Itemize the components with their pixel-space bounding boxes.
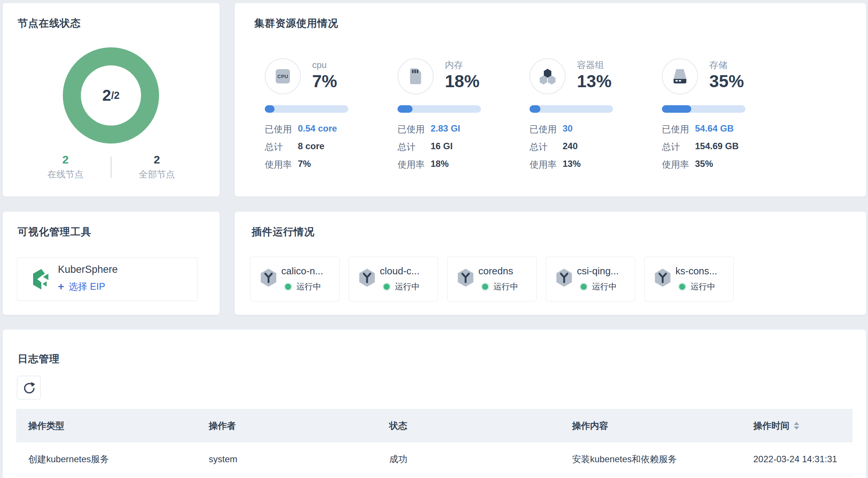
management-tools-card: 可视化管理工具 KuberSphere + 选择 EIP [3,212,220,315]
plugin-name: coredns [478,265,513,277]
resource-col-memory: 内存 18% 已使用2.83 GI 总计16 GI 使用率18% [398,3,481,197]
header-operation-type: 操作类型 [28,420,209,432]
plus-icon: + [58,282,64,291]
pods-used-value: 30 [563,123,573,135]
select-eip-link[interactable]: + 选择 EIP [58,280,105,293]
cluster-dashboard: 节点在线状态 2/2 2 在线节点 2 全部节点 集群资源使用情况 CPU cp… [0,0,868,478]
online-nodes-value: 2 [20,153,111,167]
resource-percent: 18% [445,71,480,92]
log-management-card: 日志管理 操作类型 操作者 状态 操作内容 操作时间 创建kubernetes服… [3,330,866,478]
plugin-status-label: 运行中 [690,281,715,292]
resource-label: cpu [312,59,337,71]
header-operator: 操作者 [209,420,389,432]
plugin-name: csi-qing... [577,265,619,277]
sort-icon[interactable] [794,422,799,430]
log-table-row[interactable]: 创建kubernetes服务 system 成功 安装kubenetes和依赖服… [16,442,853,476]
cell-status: 成功 [389,453,572,465]
donut-total-count: /2 [111,90,120,101]
plugin-tile[interactable]: csi-qing... 运行中 [546,257,635,301]
running-status-dot [384,284,390,290]
plugin-status-label: 运行中 [395,281,420,292]
cpu-rate-value: 7% [298,159,311,171]
plugin-hexagon-icon [260,268,277,287]
cluster-resource-card: 集群资源使用情况 CPU cpu 7% 已使用0.54 core 总计8 cor… [235,3,866,197]
memory-card-icon [398,58,434,94]
plugin-status-label: 运行中 [296,281,321,292]
storage-used-value: 54.64 GB [695,123,734,135]
cpu-used-value: 0.54 core [298,123,337,135]
plugins-title: 插件运行情况 [252,225,315,239]
plugin-name: calico-n... [281,265,323,277]
online-nodes-label: 在线节点 [20,167,111,182]
resource-label: 容器组 [577,59,612,71]
plugin-tile[interactable]: calico-n... 运行中 [250,257,340,301]
node-status-card: 节点在线状态 2/2 2 在线节点 2 全部节点 [3,3,220,197]
refresh-icon [22,381,36,395]
memory-rate-value: 18% [431,159,449,171]
node-stats-row: 2 在线节点 2 全部节点 [3,153,220,182]
cell-time: 2022-03-24 14:31:31 [753,454,853,464]
memory-usage-bar [398,105,481,113]
management-tools-title: 可视化管理工具 [18,225,91,239]
resource-percent: 35% [709,71,744,92]
resource-label: 内存 [445,59,480,71]
cell-operation-type: 创建kubernetes服务 [28,453,209,465]
select-eip-label: 选择 EIP [68,280,105,293]
running-status-dot [482,284,488,290]
pods-rate-value: 13% [563,159,581,171]
resource-col-cpu: CPU cpu 7% 已使用0.54 core 总计8 core 使用率7% [265,3,348,197]
plugin-tile[interactable]: cloud-c... 运行中 [349,257,438,301]
total-nodes-label: 全部节点 [112,167,202,182]
plugin-status-label: 运行中 [493,281,518,292]
resource-percent: 7% [312,71,337,92]
pods-hexagons-icon [530,58,566,94]
plugin-tile[interactable]: ks-cons... 运行中 [644,257,734,301]
header-content: 操作内容 [572,420,753,432]
log-management-title: 日志管理 [18,352,60,366]
plugin-hexagon-icon [457,268,474,287]
total-nodes-value: 2 [112,153,202,167]
tool-name: KuberSphere [58,264,118,275]
running-status-dot [285,284,291,290]
running-status-dot [679,284,685,290]
refresh-button[interactable] [17,376,41,399]
plugin-tile[interactable]: coredns 运行中 [447,257,537,301]
cpu-total-value: 8 core [298,141,325,153]
plugin-name: ks-cons... [675,265,717,277]
resource-label: 存储 [709,59,744,71]
online-nodes-stat: 2 在线节点 [20,153,111,182]
cpu-usage-bar [265,105,348,113]
cell-content: 安装kubenetes和依赖服务 [572,453,753,465]
plugin-hexagon-icon [654,268,671,287]
memory-used-value: 2.83 GI [431,123,460,135]
cell-operator: system [209,454,389,464]
storage-rate-value: 35% [695,159,713,171]
storage-total-value: 154.69 GB [695,141,739,153]
storage-drive-icon [662,58,698,94]
pods-usage-bar [530,105,613,113]
kubersphere-tool-item[interactable]: KuberSphere + 选择 EIP [17,257,197,301]
pods-total-value: 240 [563,141,578,153]
running-status-dot [581,284,587,290]
resource-percent: 13% [577,71,612,92]
log-table: 操作类型 操作者 状态 操作内容 操作时间 创建kubernetes服务 sys… [16,409,853,476]
storage-usage-bar [662,105,745,113]
node-status-donut-chart: 2/2 [63,47,159,144]
node-status-title: 节点在线状态 [18,17,81,30]
plugin-status-label: 运行中 [592,281,617,292]
total-nodes-stat: 2 全部节点 [112,153,202,182]
header-status: 状态 [389,420,572,432]
plugins-card: 插件运行情况 calico-n... 运行中 cloud-c... 运行中 [235,212,866,315]
donut-online-count: 2 [102,86,111,104]
plugin-name: cloud-c... [380,265,420,277]
resource-col-pods: 容器组 13% 已使用30 总计240 使用率13% [530,3,613,197]
memory-total-value: 16 GI [431,141,453,153]
plugin-hexagon-icon [556,268,572,287]
resource-col-storage: 存储 35% 已使用54.64 GB 总计154.69 GB 使用率35% [662,3,745,197]
log-table-header: 操作类型 操作者 状态 操作内容 操作时间 [16,409,853,442]
kubersphere-logo [33,268,52,291]
plugin-hexagon-icon [359,268,375,287]
cpu-chip-icon: CPU [265,58,301,94]
header-time-sortable[interactable]: 操作时间 [753,420,853,432]
